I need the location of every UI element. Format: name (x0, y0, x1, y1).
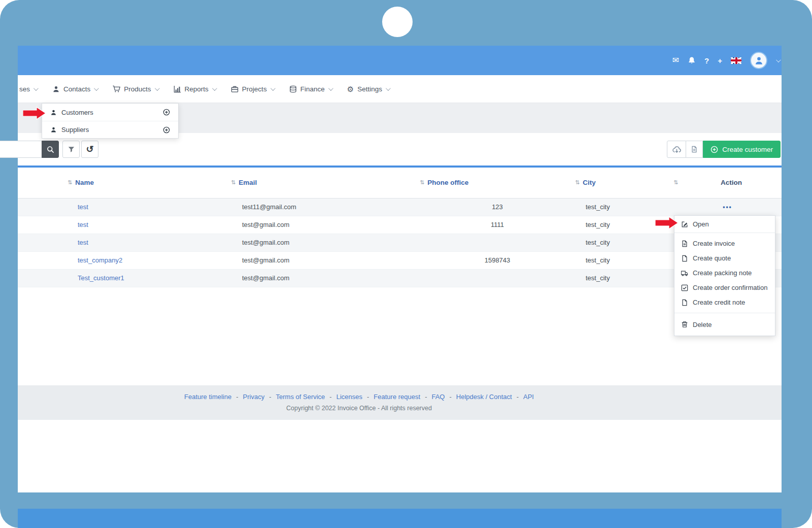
customer-name-link[interactable]: test (78, 221, 88, 228)
sort-icon[interactable]: ⇅ (231, 179, 235, 186)
add-supplier-icon[interactable] (163, 126, 170, 134)
context-menu-create-invoice[interactable]: Create invoice (674, 236, 775, 251)
column-header-email[interactable]: Email (239, 179, 257, 186)
export-button[interactable] (686, 141, 703, 158)
footer-link-feature-timeline[interactable]: Feature timeline (184, 393, 231, 401)
create-customer-button[interactable]: Create customer (703, 141, 781, 158)
nav-item-cutoff[interactable]: ses (19, 85, 37, 93)
gear-icon: ⚙ (347, 85, 354, 93)
nav-item-products[interactable]: Products (113, 85, 158, 93)
customer-name-link[interactable]: test (78, 203, 88, 211)
nav-item-projects[interactable]: Projects (231, 85, 274, 93)
add-customer-icon[interactable] (163, 109, 170, 116)
mail-icon[interactable]: ✉ (672, 56, 679, 64)
customer-email: test11@gmail.com (231, 198, 420, 216)
separator: - (329, 393, 331, 401)
bottom-bar (18, 509, 782, 528)
customer-name-link[interactable]: test (78, 239, 88, 246)
footer-link-licenses[interactable]: Licenses (336, 393, 362, 401)
app-footer: Feature timeline-Privacy-Terms of Servic… (18, 385, 782, 420)
truck-icon (681, 270, 688, 277)
import-button[interactable] (667, 141, 686, 158)
chevron-down-icon (155, 86, 160, 91)
sort-icon[interactable]: ⇅ (673, 179, 678, 186)
help-icon[interactable]: ? (704, 57, 709, 64)
content-whitespace (18, 287, 782, 385)
context-menu-create-credit-note[interactable]: Create credit note (674, 295, 775, 310)
customer-email: test@gmail.com (231, 269, 420, 287)
file-invoice-icon (681, 240, 688, 247)
cart-icon (113, 85, 120, 93)
cloud-download-icon (672, 145, 681, 154)
person-icon (50, 126, 57, 133)
separator: - (449, 393, 451, 401)
footer-link-faq[interactable]: FAQ (431, 393, 445, 401)
chevron-down-icon (212, 86, 217, 91)
chevron-down-icon[interactable] (776, 57, 781, 62)
footer-link-feature-request[interactable]: Feature request (374, 393, 420, 401)
nav-item-label: Projects (242, 85, 267, 93)
footer-link-helpdesk[interactable]: Helpdesk / Contact (456, 393, 512, 401)
table-row[interactable]: test test11@gmail.com 123 test_city ••• (18, 198, 782, 216)
customer-phone (420, 269, 575, 287)
separator: - (269, 393, 271, 401)
sort-icon[interactable]: ⇅ (575, 179, 580, 186)
context-menu-create-packing-note[interactable]: Create packing note (674, 266, 775, 280)
edit-icon (681, 221, 688, 228)
customer-name-link[interactable]: Test_customer1 (78, 274, 124, 282)
column-header-city[interactable]: City (583, 179, 596, 186)
footer-link-privacy[interactable]: Privacy (243, 393, 265, 401)
row-actions-button[interactable]: ••• (723, 204, 732, 211)
decorative-circle (382, 7, 413, 37)
table-header-row: ⇅ Name ⇅ Email ⇅ Phone office ⇅ City (18, 168, 782, 198)
separator: - (367, 393, 369, 401)
menu-item-suppliers[interactable]: Suppliers (42, 121, 178, 138)
customer-email: test@gmail.com (231, 216, 420, 234)
search-icon (47, 146, 54, 153)
table-row[interactable]: test_company2 test@gmail.com 1598743 tes… (18, 251, 782, 269)
sort-icon[interactable]: ⇅ (420, 179, 424, 186)
language-flag-icon[interactable] (731, 57, 741, 64)
context-menu-delete[interactable]: Delete (674, 316, 775, 333)
contacts-dropdown: Customers Suppliers (42, 103, 179, 139)
bell-icon[interactable] (688, 56, 696, 64)
customer-city: test_city (575, 251, 673, 269)
context-menu-label: Create order confirmation (693, 284, 767, 291)
table-row[interactable]: test test@gmail.com test_city ••• (18, 234, 782, 251)
context-menu-open[interactable]: Open (674, 216, 775, 233)
nav-item-reports[interactable]: Reports (174, 85, 216, 93)
funnel-icon (68, 146, 75, 153)
sort-icon[interactable]: ⇅ (67, 179, 72, 186)
context-menu-label: Create invoice (693, 240, 735, 247)
avatar[interactable] (750, 52, 767, 69)
nav-item-label: ses (19, 85, 30, 93)
plus-icon[interactable]: + (718, 57, 722, 64)
context-menu-label: Open (693, 220, 709, 228)
footer-link-api[interactable]: API (523, 393, 534, 401)
nav-item-settings[interactable]: ⚙ Settings (347, 85, 389, 93)
filter-button[interactable] (62, 141, 80, 158)
table-row[interactable]: Test_customer1 test@gmail.com test_city … (18, 269, 782, 287)
context-menu-label: Create credit note (693, 299, 745, 306)
column-header-phone[interactable]: Phone office (427, 179, 468, 186)
menu-divider (674, 313, 775, 313)
column-header-name[interactable]: Name (75, 179, 94, 186)
context-menu-create-quote[interactable]: Create quote (674, 251, 775, 266)
nav-item-finance[interactable]: Finance (289, 85, 332, 93)
coins-icon (289, 85, 297, 93)
search-input[interactable] (0, 141, 42, 158)
customer-phone: 123 (420, 198, 575, 216)
search-button[interactable] (42, 141, 59, 158)
menu-item-label: Suppliers (61, 126, 89, 134)
reset-button[interactable]: ↺ (81, 141, 98, 158)
context-menu-create-order-confirmation[interactable]: Create order confirmation (674, 280, 775, 295)
customer-city: test_city (575, 234, 673, 251)
customer-name-link[interactable]: test_company2 (78, 256, 122, 264)
customer-city: test_city (575, 198, 673, 216)
footer-link-terms[interactable]: Terms of Service (276, 393, 325, 401)
customer-phone (420, 234, 575, 251)
nav-item-label: Settings (357, 85, 382, 93)
nav-item-contacts[interactable]: Contacts (52, 85, 97, 93)
menu-item-customers[interactable]: Customers (42, 104, 178, 121)
file-icon (681, 299, 688, 306)
